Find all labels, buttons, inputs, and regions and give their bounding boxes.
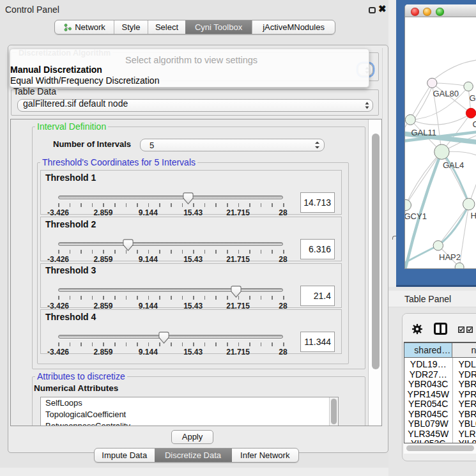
svg-text:GAL11: GAL11 — [411, 128, 436, 137]
svg-text:GCY1: GCY1 — [405, 211, 427, 221]
svg-text:GAL80: GAL80 — [433, 89, 458, 98]
svg-text:GAL4: GAL4 — [443, 160, 464, 170]
svg-text:H: H — [470, 211, 476, 220]
svg-text:G.: G. — [469, 93, 476, 103]
svg-text:C: C — [472, 119, 476, 129]
svg-text:HAP2: HAP2 — [439, 252, 461, 262]
